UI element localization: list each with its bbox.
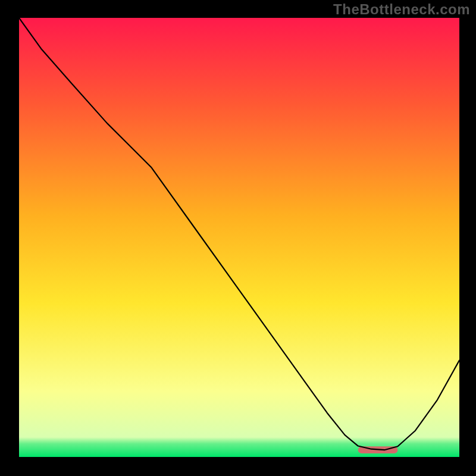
watermark-text: TheBottleneck.com	[333, 1, 470, 18]
chart-container: TheBottleneck.com	[0, 0, 476, 476]
plot-area	[19, 18, 459, 457]
chart-svg	[19, 18, 459, 457]
gradient-background	[19, 18, 459, 457]
